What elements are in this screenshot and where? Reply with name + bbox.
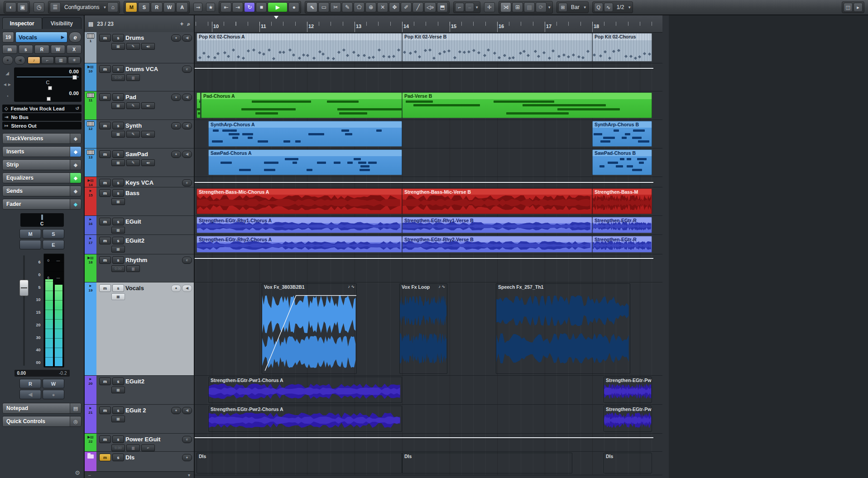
inspector-gear-icon[interactable]: ⚙ xyxy=(75,469,80,476)
volume-fader[interactable] xyxy=(20,253,28,368)
track-mute-button[interactable]: m xyxy=(99,406,111,414)
glue-tool[interactable]: ✎ xyxy=(342,2,353,12)
stop-button[interactable]: ■ xyxy=(256,2,267,12)
configurations-dropdown[interactable]: Configurations xyxy=(62,4,102,10)
clip-vox-fx-3803b2b1[interactable]: Vox Fx_3803B2B1♪ ∿ xyxy=(262,283,357,374)
track-record-enable-icon[interactable]: ● xyxy=(171,285,181,292)
grid-type-caret-icon[interactable]: ▼ xyxy=(583,5,587,10)
track-val-button[interactable]: 0.00 xyxy=(111,265,125,272)
track-monitor-icon[interactable]: ◀ xyxy=(182,122,192,129)
track-row-drums[interactable]: 1msDrums●◀▦✎◂e xyxy=(85,32,194,63)
automation-line[interactable] xyxy=(195,68,653,69)
fader-volume-value[interactable]: 0.00 xyxy=(17,371,26,376)
track-mute-button[interactable]: m xyxy=(99,189,111,197)
clip-strengthen-bass-m[interactable]: Strengthen-Bass-M xyxy=(592,188,652,214)
track-record-enable-icon[interactable]: ● xyxy=(171,407,181,414)
track-mute-button[interactable]: m xyxy=(99,93,111,101)
track-edit-icon[interactable]: e xyxy=(182,436,192,443)
track-lanes-button[interactable]: ||| xyxy=(126,74,140,81)
clip-pad-chorus-a[interactable]: Pad-Chorus A xyxy=(201,92,402,118)
track-solo-button[interactable]: s xyxy=(112,256,124,264)
pan-slider[interactable] xyxy=(17,86,79,90)
snap-type-icon[interactable]: ▤ xyxy=(524,2,535,12)
track-val-button[interactable]: 0.00 xyxy=(111,74,125,81)
workspace-home-icon[interactable]: ⌂ xyxy=(107,2,118,12)
record-button[interactable]: ● xyxy=(288,2,299,12)
history-icon[interactable]: ◷ xyxy=(34,2,44,12)
clip-strengthen-egtr-pw[interactable]: Strengthen-EGtr-Pw xyxy=(604,406,652,432)
track-row-pad[interactable]: 11msPad●◀▦✎◂e xyxy=(85,91,194,120)
inspector-x-button[interactable]: X xyxy=(67,45,82,54)
automation-r-button[interactable]: R xyxy=(151,2,163,12)
zoom-tool[interactable]: ⊕ xyxy=(365,2,376,12)
clip-pad-verse-b[interactable]: Pad-Verse B xyxy=(402,92,652,118)
clip-strengthen-egtr-rhy2-verse-b[interactable]: Strengthen-EGtr-Rhy2-Verse B xyxy=(402,236,592,253)
track-record-enable-icon[interactable]: ● xyxy=(171,151,181,158)
nudge-caret-icon[interactable]: ▼ xyxy=(475,5,479,10)
track-grid-button[interactable]: ▦ xyxy=(111,102,125,109)
clip-strengthen-egtr-pw[interactable]: Strengthen-EGtr-Pw xyxy=(604,377,652,403)
preset-row[interactable]: ◇ Female Vox Rock Lead ↺ xyxy=(2,105,82,112)
track-mute-button[interactable]: m xyxy=(99,378,111,385)
fader-handle[interactable] xyxy=(19,280,29,296)
right-zone-icon[interactable]: ◫ xyxy=(844,3,853,12)
track-lock-button[interactable]: ⌐ xyxy=(141,445,155,451)
quantize-sync-icon[interactable]: ⟳ xyxy=(536,2,547,12)
track-solo-button[interactable]: s xyxy=(112,122,124,129)
track-solo-button[interactable]: s xyxy=(112,150,124,158)
track-row-eguit-2[interactable]: ►21msEGuit 2●◀▦ xyxy=(85,405,194,434)
crosshair-icon[interactable]: ✛ xyxy=(484,2,495,12)
inspector-r-button[interactable]: R xyxy=(34,45,49,54)
color-tool[interactable]: ⬒ xyxy=(437,2,448,12)
clip-vox-fx-loop[interactable]: Vox Fx Loop♪ ∿ xyxy=(399,283,447,374)
track-pencil-button[interactable]: ✎ xyxy=(126,102,140,109)
track-list-menu-icon[interactable]: ▤ xyxy=(88,21,93,27)
delay-slider[interactable] xyxy=(17,97,79,100)
freeze-icon[interactable]: ✳ xyxy=(68,57,81,64)
clip-strengthen-egtr-rhy2-chorus-a[interactable]: Strengthen-EGtr-Rhy2-Chorus A xyxy=(197,236,402,253)
automation-line[interactable] xyxy=(195,437,653,438)
clip-pop-kit-02-chorus[interactable]: Pop Kit 02-Chorus xyxy=(592,33,652,62)
clip-strengthen-egtr-rhy1-chorus-a[interactable]: Strengthen-EGtr-Rhy1-Chorus A xyxy=(197,217,402,233)
track-mute-button[interactable]: m xyxy=(99,179,111,186)
track-monitor-icon[interactable]: ◀ xyxy=(182,285,192,292)
monitor-icon[interactable]: ◀ xyxy=(14,56,25,65)
track-row-eguit2[interactable]: ►17msEGuit2▦ xyxy=(85,235,194,254)
track-val-button[interactable]: 0.00 xyxy=(111,445,125,451)
preset-reload-icon[interactable]: ↺ xyxy=(76,106,79,111)
record-small-button[interactable]: ● xyxy=(43,390,64,399)
object-selection-tool[interactable]: ⬉ xyxy=(307,2,317,12)
play-button[interactable]: ▶ xyxy=(268,2,288,12)
read-automation-button[interactable]: R xyxy=(19,379,41,388)
delay-value[interactable]: 0.00 xyxy=(17,91,79,96)
track-edit-icon[interactable]: e xyxy=(182,179,192,186)
track-solo-button[interactable]: s xyxy=(112,378,124,385)
track-solo-button[interactable]: s xyxy=(112,435,124,443)
clip-pop-kit-02-chorus-a[interactable]: Pop Kit 02-Chorus A xyxy=(197,33,402,62)
autoscroll-icon[interactable]: ⇝ xyxy=(193,3,202,12)
track-record-enable-icon[interactable]: ● xyxy=(171,34,181,42)
write-automation-button[interactable]: W xyxy=(43,379,64,388)
snap-onoff-icon[interactable]: ⋊ xyxy=(500,2,511,12)
volume-slider[interactable] xyxy=(17,75,79,79)
input-routing-row[interactable]: ⇥ No Bus xyxy=(2,113,82,121)
iterative-quantize-icon[interactable]: ∿ xyxy=(604,3,613,12)
go-to-previous-marker-button[interactable]: ⇤ xyxy=(221,2,231,12)
quantize-q-icon[interactable]: Q xyxy=(594,3,603,12)
track-mute-button[interactable]: m xyxy=(99,256,111,264)
snap-caret-icon[interactable]: ▼ xyxy=(547,5,551,10)
section-strip[interactable]: Strip◆ xyxy=(2,159,82,170)
lock-icon[interactable]: ⌐ xyxy=(41,57,54,64)
track-ce-button[interactable]: ◂e xyxy=(141,159,155,166)
clip-dis[interactable]: DIs xyxy=(604,453,652,473)
tab-visibility[interactable]: Visibility xyxy=(42,17,82,29)
track-pencil-button[interactable]: ✎ xyxy=(126,43,140,50)
configurations-caret-icon[interactable]: ▼ xyxy=(103,5,106,10)
track-pencil-button[interactable]: ✎ xyxy=(126,131,140,138)
track-grid-button[interactable]: ▦ xyxy=(111,246,125,253)
track-ce-button[interactable]: ◂e xyxy=(141,131,155,138)
track-row-bass[interactable]: ►15msBass▦ xyxy=(85,187,194,216)
monitor-small-button[interactable]: ◀ xyxy=(19,390,41,399)
clip-pop-kit-02-verse-b[interactable]: Pop Kit 02-Verse B xyxy=(402,33,592,62)
track-monitor-icon[interactable]: ◀ xyxy=(182,94,192,101)
